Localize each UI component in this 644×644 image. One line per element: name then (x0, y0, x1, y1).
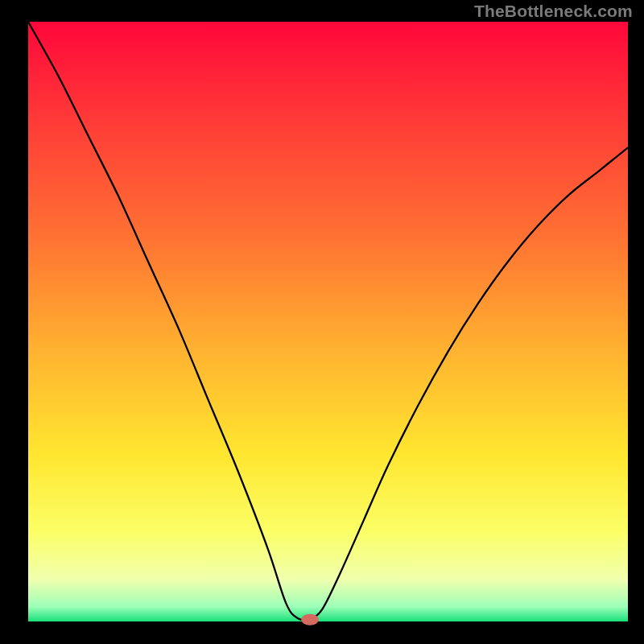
bottleneck-chart (0, 0, 644, 644)
plot-background (28, 22, 628, 621)
chart-frame: TheBottleneck.com (0, 0, 644, 644)
optimal-point-marker (301, 614, 319, 625)
